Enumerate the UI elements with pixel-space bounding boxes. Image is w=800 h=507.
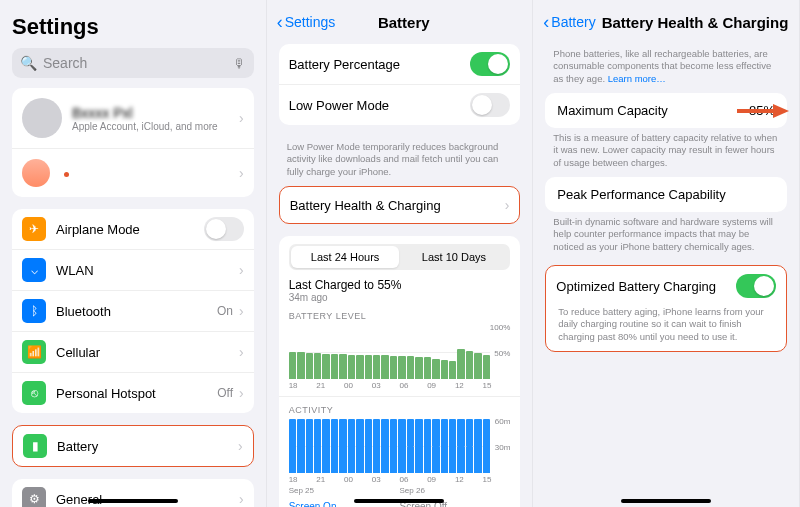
x-axis: 1821000306091215 xyxy=(289,381,511,390)
settings-item-hotspot[interactable]: ⎋ Personal Hotspot Off › xyxy=(12,372,254,413)
activity-chart: 60m 30m xyxy=(289,419,511,473)
settings-item-cellular[interactable]: 📶 Cellular › xyxy=(12,331,254,372)
profile-name: Bxxxx Pxl xyxy=(72,105,239,121)
segment-24h[interactable]: Last 24 Hours xyxy=(291,246,400,268)
page-title: Settings xyxy=(0,0,266,48)
avatar xyxy=(22,98,62,138)
back-button[interactable]: ‹ Battery xyxy=(543,12,595,33)
search-icon: 🔍 xyxy=(20,55,37,71)
label: Airplane Mode xyxy=(56,222,204,237)
settings-item-wlan[interactable]: ⌵ WLAN › xyxy=(12,249,254,290)
label: Battery xyxy=(57,439,238,454)
chevron-right-icon: › xyxy=(239,303,244,319)
max-capacity-note: This is a measure of battery capacity re… xyxy=(533,128,799,177)
y-label: 100% xyxy=(490,323,510,332)
settings-screen: Settings 🔍 Search 🎙 Bxxxx Pxl Apple Acco… xyxy=(0,0,267,507)
y-label: 60m xyxy=(495,417,511,426)
label: Battery Percentage xyxy=(289,57,471,72)
nav-bar: ‹ Battery Battery Health & Charging xyxy=(533,0,799,40)
value: Off xyxy=(217,386,233,400)
home-indicator[interactable] xyxy=(354,499,444,503)
chevron-left-icon: ‹ xyxy=(543,12,549,33)
max-capacity-row[interactable]: Maximum Capacity 85% xyxy=(545,93,787,128)
chevron-right-icon: › xyxy=(239,165,244,181)
chevron-right-icon: › xyxy=(239,385,244,401)
home-indicator[interactable] xyxy=(621,499,711,503)
label: WLAN xyxy=(56,263,239,278)
battery-health-row-card: Battery Health & Charging › xyxy=(279,186,521,224)
settings-item-battery[interactable]: ▮ Battery › xyxy=(13,426,253,466)
battery-toggle-group: Battery Percentage Low Power Mode xyxy=(279,44,521,125)
battery-level-chart: 100% 50% xyxy=(289,325,511,379)
home-indicator[interactable] xyxy=(88,499,178,503)
wifi-icon: ⌵ xyxy=(22,258,46,282)
low-power-mode-row[interactable]: Low Power Mode xyxy=(279,84,521,125)
x-axis: 1821000306091215 xyxy=(289,475,511,484)
learn-more-link[interactable]: Learn more… xyxy=(608,73,666,84)
y-label: 30m xyxy=(495,443,511,452)
level-header: BATTERY LEVEL xyxy=(289,311,511,321)
label: Bluetooth xyxy=(56,304,217,319)
bluetooth-icon: ᛒ xyxy=(22,299,46,323)
optimized-charging-card: Optimized Battery Charging To reduce bat… xyxy=(545,265,787,352)
settings-item-bluetooth[interactable]: ᛒ Bluetooth On › xyxy=(12,290,254,331)
optimized-charging-note: To reduce battery aging, iPhone learns f… xyxy=(546,306,786,351)
chevron-left-icon: ‹ xyxy=(277,12,283,33)
mic-icon[interactable]: 🎙 xyxy=(233,56,246,71)
search-input[interactable]: 🔍 Search 🎙 xyxy=(12,48,254,78)
chevron-right-icon: › xyxy=(239,491,244,507)
toggle[interactable] xyxy=(470,93,510,117)
battery-screen: ‹ Settings Battery Battery Percentage Lo… xyxy=(267,0,534,507)
value: On xyxy=(217,304,233,318)
peak-performance-row[interactable]: Peak Performance Capability xyxy=(545,177,787,212)
battery-group: ▮ Battery › xyxy=(12,425,254,467)
peak-performance-note: Built-in dynamic software and hardware s… xyxy=(533,212,799,261)
optimized-charging-row[interactable]: Optimized Battery Charging xyxy=(546,266,786,306)
connectivity-group: ✈ Airplane Mode ⌵ WLAN › ᛒ Bluetooth On … xyxy=(12,209,254,413)
chevron-right-icon: › xyxy=(239,110,244,126)
toggle[interactable] xyxy=(204,217,244,241)
segmented-control[interactable]: Last 24 Hours Last 10 Days xyxy=(289,244,511,270)
settings-item-airplane[interactable]: ✈ Airplane Mode xyxy=(12,209,254,249)
link-icon: ⎋ xyxy=(22,381,46,405)
profile-row[interactable]: Bxxxx Pxl Apple Account, iCloud, and mor… xyxy=(12,88,254,148)
x-axis-dates: Sep 25Sep 26 xyxy=(289,486,511,495)
secondary-account-row[interactable]: › xyxy=(12,148,254,197)
battery-icon: ▮ xyxy=(23,434,47,458)
gear-icon: ⚙ xyxy=(22,487,46,507)
battery-health-row[interactable]: Battery Health & Charging › xyxy=(280,187,520,223)
toggle[interactable] xyxy=(736,274,776,298)
nav-title: Battery xyxy=(285,14,522,31)
chevron-right-icon: › xyxy=(238,438,243,454)
label: Low Power Mode xyxy=(289,98,471,113)
chevron-right-icon: › xyxy=(239,344,244,360)
label: Battery Health & Charging xyxy=(290,198,505,213)
usage-card: Last 24 Hours Last 10 Days Last Charged … xyxy=(279,236,521,507)
airplane-icon: ✈ xyxy=(22,217,46,241)
battery-health-screen: ‹ Battery Battery Health & Charging Phon… xyxy=(533,0,800,507)
back-label: Battery xyxy=(551,14,595,30)
label: Cellular xyxy=(56,345,239,360)
label: Maximum Capacity xyxy=(557,103,668,118)
segment-10d[interactable]: Last 10 Days xyxy=(399,246,508,268)
nav-bar: ‹ Settings Battery xyxy=(267,0,533,40)
battery-percentage-row[interactable]: Battery Percentage xyxy=(279,44,521,84)
profile-sub: Apple Account, iCloud, and more xyxy=(72,121,239,132)
label: Personal Hotspot xyxy=(56,386,217,401)
intro-note: Phone batteries, like all rechargeable b… xyxy=(533,40,799,93)
antenna-icon: 📶 xyxy=(22,340,46,364)
label: Peak Performance Capability xyxy=(557,187,725,202)
activity-header: ACTIVITY xyxy=(289,405,511,415)
annotation-arrow-icon xyxy=(773,104,789,118)
avatar xyxy=(22,159,50,187)
search-placeholder: Search xyxy=(43,55,87,71)
last-charged-head: Last Charged to 55% xyxy=(289,278,511,292)
last-charged-sub: 34m ago xyxy=(289,292,511,303)
nav-title: Battery Health & Charging xyxy=(602,14,789,31)
chevron-right-icon: › xyxy=(239,262,244,278)
chevron-right-icon: › xyxy=(505,197,510,213)
lpm-footnote: Low Power Mode temporarily reduces backg… xyxy=(267,137,533,186)
toggle[interactable] xyxy=(470,52,510,76)
badge-icon xyxy=(64,172,69,177)
y-label: 50% xyxy=(494,349,510,358)
